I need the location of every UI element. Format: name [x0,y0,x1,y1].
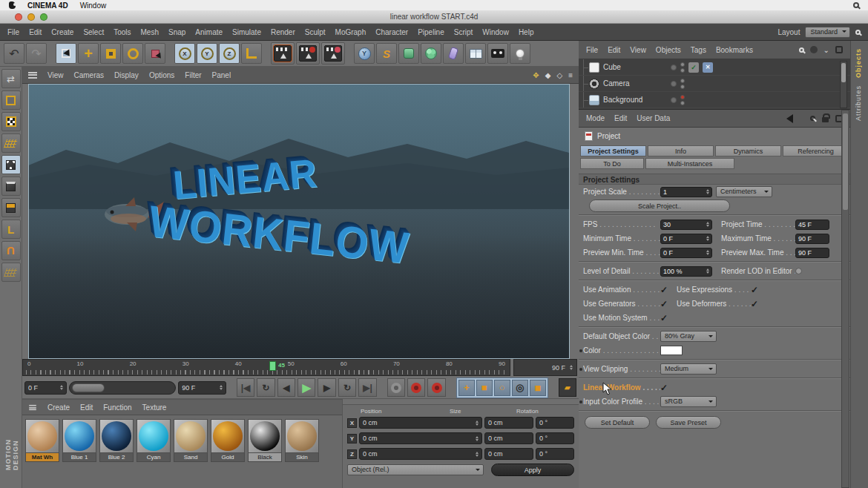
last-used-tool[interactable] [145,43,165,64]
phong-tag-icon[interactable]: ✕ [703,62,713,73]
apple-menu-icon[interactable] [9,1,16,9]
add-camera-button[interactable] [487,43,508,64]
view-clipping-dropdown[interactable]: Medium [660,363,717,375]
om-menu-view[interactable]: View [630,46,646,54]
save-preset-button[interactable]: Save Preset [656,416,721,429]
material-item[interactable]: Black [248,419,282,462]
key-position-button[interactable]: + [458,380,475,396]
om-filter-icon[interactable] [810,46,818,53]
commander-search-icon[interactable] [855,30,861,35]
maximum-time-field[interactable]: 90 F [795,234,829,244]
scale-project-button[interactable]: Scale Project.. [589,200,730,212]
next-key-button[interactable]: ↻ [338,378,356,397]
menu-create[interactable]: Create [51,28,73,36]
coordinate-system-button[interactable] [241,43,262,64]
window-titlebar[interactable]: linear workflow START.c4d [0,10,868,24]
input-color-profile-dropdown[interactable]: sRGB [660,396,717,407]
key-rotation-button[interactable]: ○ [494,380,510,396]
menu-file[interactable]: File [7,28,19,36]
apply-button[interactable]: Apply [491,464,574,476]
menu-select[interactable]: Select [83,28,104,36]
key-parameter-button[interactable]: ◎ [512,380,528,396]
use-deformers-checkbox[interactable]: ✓ [751,300,758,309]
rotation-b-field[interactable]: 0 ° [536,448,574,460]
menu-animate[interactable]: Animate [195,28,223,36]
timeline-end-frame-field[interactable]: 90 F [513,359,577,376]
material-item[interactable]: Skin [285,419,319,462]
timeline-ruler[interactable]: 010 2030 4050 6070 8090 45 [22,359,510,376]
lock-z-axis-button[interactable]: Z [219,43,240,64]
side-tab-attributes[interactable]: Attributes [855,85,865,121]
expression-tag-icon[interactable]: ✓ [688,62,699,73]
add-subdivision-surface-button[interactable] [398,43,419,64]
size-x-field[interactable]: 0 cm [484,417,533,429]
make-editable-button[interactable]: ⇄ [1,69,21,88]
tab-referencing[interactable]: Referencing [783,145,849,156]
start-frame-field[interactable]: 0 F [24,381,67,395]
play-button[interactable]: ▶ [297,378,315,397]
object-manager-list[interactable]: Cube ✓ ✕ Camera Background [579,59,850,110]
goto-end-button[interactable]: ▶| [358,378,376,397]
move-tool[interactable]: + [78,43,99,64]
viewport-menu-options[interactable]: Options [149,71,174,79]
model-mode-button[interactable] [1,90,21,110]
menu-character[interactable]: Character [375,28,408,36]
material-menu-function[interactable]: Function [103,403,131,412]
workplane-mode-button[interactable] [1,133,21,153]
lock-x-axis-button[interactable]: X [174,43,195,64]
side-tab-objects[interactable]: Objects [855,48,865,78]
material-menu-edit[interactable]: Edit [80,403,93,412]
macos-menu-window[interactable]: Window [80,1,107,10]
record-keyframe-button[interactable] [407,378,425,397]
viewport-menu-icon[interactable] [28,72,37,79]
viewport-menu-panel[interactable]: Panel [212,71,231,79]
points-mode-button[interactable] [1,155,21,174]
goto-start-button[interactable]: |◀ [237,378,254,397]
minimum-time-field[interactable]: 0 F [660,234,712,244]
menu-render[interactable]: Render [271,28,295,36]
viewport-toggle-icon[interactable]: ≡ [568,71,573,79]
perspective-viewport[interactable]: LINEAR WORKFLOW [28,84,570,359]
minimize-window-button[interactable] [27,13,35,21]
use-animation-checkbox[interactable]: ✓ [660,286,668,294]
project-scale-field[interactable]: 1 [660,187,712,197]
add-deformer-button[interactable] [443,43,464,64]
size-z-field[interactable]: 0 cm [484,448,533,460]
menu-snap[interactable]: Snap [168,28,185,36]
previous-key-button[interactable]: ↻ [257,378,274,397]
viewport-menu-display[interactable]: Display [114,71,139,79]
object-row-cube[interactable]: Cube ✓ ✕ [579,59,850,76]
add-cube-button[interactable]: Y [354,43,375,64]
record-snapshot-button[interactable] [387,378,405,397]
key-scale-button[interactable]: ■ [476,380,493,396]
autokey-button[interactable] [427,378,445,397]
tab-todo[interactable]: To Do [580,158,644,169]
viewport-menu-filter[interactable]: Filter [185,71,201,79]
menu-sculpt[interactable]: Sculpt [305,28,326,36]
material-item[interactable]: Sand [174,419,208,462]
am-menu-mode[interactable]: Mode [586,114,605,122]
menu-edit[interactable]: Edit [29,28,42,36]
expand-dot[interactable] [579,368,582,371]
texture-mode-button[interactable] [1,112,21,131]
preview-max-time-field[interactable]: 90 F [795,248,829,258]
material-item[interactable]: Gold [211,419,245,462]
rotate-tool[interactable] [122,43,143,64]
menu-mesh[interactable]: Mesh [141,28,159,36]
snap-button[interactable]: U [1,241,21,260]
key-pla-button[interactable]: ▦ [530,380,546,396]
layer-dot[interactable] [671,97,677,103]
fps-field[interactable]: 30 [660,220,712,230]
scrubber-handle[interactable] [72,383,105,392]
undo-button[interactable]: ↶ [4,43,24,64]
size-y-field[interactable]: 0 cm [484,432,533,444]
preview-min-time-field[interactable]: 0 F [660,248,712,258]
use-motion-system-checkbox[interactable]: ✓ [660,314,668,323]
use-expressions-checkbox[interactable]: ✓ [751,286,758,294]
am-menu-userdata[interactable]: User Data [637,114,670,122]
object-name[interactable]: Background [603,96,667,104]
workplane-lock-button[interactable] [1,263,21,282]
viewport-rotate-icon[interactable]: ◇ [556,71,562,79]
layer-dot[interactable] [671,81,677,87]
om-menu-tags[interactable]: Tags [691,46,706,54]
